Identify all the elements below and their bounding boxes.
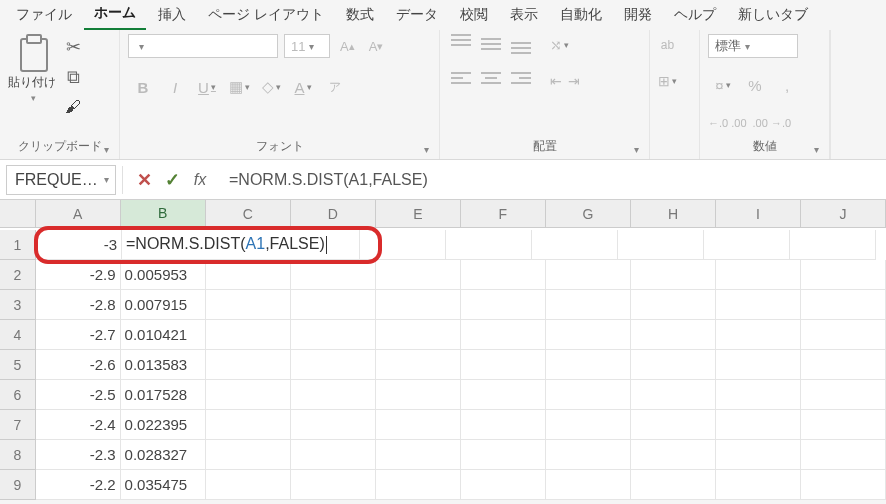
column-header-H[interactable]: H bbox=[631, 200, 716, 228]
cell-E7[interactable] bbox=[376, 410, 461, 440]
increase-indent-button[interactable]: ⇥ bbox=[568, 70, 580, 92]
menu-item-3[interactable]: ページ レイアウト bbox=[198, 3, 334, 30]
cell-F9[interactable] bbox=[461, 470, 546, 500]
cell-G4[interactable] bbox=[546, 320, 631, 350]
menu-item-6[interactable]: 校閲 bbox=[450, 3, 498, 30]
row-header-2[interactable]: 2 bbox=[0, 260, 36, 290]
cell-I8[interactable] bbox=[716, 440, 801, 470]
cell-B5[interactable]: 0.013583 bbox=[121, 350, 206, 380]
cell-D2[interactable] bbox=[291, 260, 376, 290]
cell-E6[interactable] bbox=[376, 380, 461, 410]
cell-J9[interactable] bbox=[801, 470, 886, 500]
cell-J3[interactable] bbox=[801, 290, 886, 320]
cell-H3[interactable] bbox=[631, 290, 716, 320]
chevron-down-icon[interactable]: ▾ bbox=[104, 174, 109, 185]
increase-font-button[interactable]: A▴ bbox=[336, 34, 359, 58]
cell-D5[interactable] bbox=[291, 350, 376, 380]
cell-I4[interactable] bbox=[716, 320, 801, 350]
cell-F4[interactable] bbox=[461, 320, 546, 350]
dialog-launcher-icon[interactable]: ▾ bbox=[102, 144, 111, 155]
cell-G2[interactable] bbox=[546, 260, 631, 290]
cell-I3[interactable] bbox=[716, 290, 801, 320]
cell-D6[interactable] bbox=[291, 380, 376, 410]
percent-button[interactable]: % bbox=[740, 72, 770, 98]
cell-I2[interactable] bbox=[716, 260, 801, 290]
cell-B9[interactable]: 0.035475 bbox=[121, 470, 206, 500]
cell-D3[interactable] bbox=[291, 290, 376, 320]
cell-F2[interactable] bbox=[461, 260, 546, 290]
menu-item-8[interactable]: 自動化 bbox=[550, 3, 612, 30]
cell-F6[interactable] bbox=[461, 380, 546, 410]
cell-H5[interactable] bbox=[631, 350, 716, 380]
menu-item-0[interactable]: ファイル bbox=[6, 3, 82, 30]
row-header-4[interactable]: 4 bbox=[0, 320, 36, 350]
cell-J1[interactable] bbox=[790, 230, 876, 260]
cell-D7[interactable] bbox=[291, 410, 376, 440]
cell-G3[interactable] bbox=[546, 290, 631, 320]
dialog-launcher-icon[interactable]: ▾ bbox=[632, 144, 641, 155]
cell-E3[interactable] bbox=[376, 290, 461, 320]
cell-B8[interactable]: 0.028327 bbox=[121, 440, 206, 470]
cell-A7[interactable]: -2.4 bbox=[36, 410, 121, 440]
cell-H7[interactable] bbox=[631, 410, 716, 440]
column-header-G[interactable]: G bbox=[546, 200, 631, 228]
column-header-F[interactable]: F bbox=[461, 200, 546, 228]
row-header-1[interactable]: 1 bbox=[0, 230, 36, 260]
font-name-combo[interactable]: ▾ bbox=[128, 34, 278, 58]
cell-E2[interactable] bbox=[376, 260, 461, 290]
menu-item-9[interactable]: 開発 bbox=[614, 3, 662, 30]
column-header-I[interactable]: I bbox=[716, 200, 801, 228]
column-header-E[interactable]: E bbox=[376, 200, 461, 228]
currency-button[interactable]: ¤▾ bbox=[708, 72, 738, 98]
align-center-button[interactable] bbox=[478, 68, 504, 88]
cell-G1[interactable] bbox=[532, 230, 618, 260]
menu-item-11[interactable]: 新しいタブ bbox=[728, 3, 818, 30]
italic-button[interactable]: I bbox=[160, 74, 190, 100]
select-all-corner[interactable] bbox=[0, 200, 36, 228]
cell-H4[interactable] bbox=[631, 320, 716, 350]
cell-E1[interactable] bbox=[360, 230, 446, 260]
cut-button[interactable] bbox=[62, 36, 84, 58]
cell-B7[interactable]: 0.022395 bbox=[121, 410, 206, 440]
column-header-J[interactable]: J bbox=[801, 200, 886, 228]
cell-G9[interactable] bbox=[546, 470, 631, 500]
dialog-launcher-icon[interactable]: ▾ bbox=[422, 144, 431, 155]
cell-E8[interactable] bbox=[376, 440, 461, 470]
cell-H1[interactable] bbox=[618, 230, 704, 260]
cell-F7[interactable] bbox=[461, 410, 546, 440]
cell-G7[interactable] bbox=[546, 410, 631, 440]
cell-A6[interactable]: -2.5 bbox=[36, 380, 121, 410]
menu-item-10[interactable]: ヘルプ bbox=[664, 3, 726, 30]
copy-button[interactable] bbox=[62, 66, 84, 88]
cell-A3[interactable]: -2.8 bbox=[36, 290, 121, 320]
number-format-combo[interactable]: 標準 ▾ bbox=[708, 34, 798, 58]
dialog-launcher-icon[interactable]: ▾ bbox=[812, 144, 821, 155]
cell-F3[interactable] bbox=[461, 290, 546, 320]
cell-D9[interactable] bbox=[291, 470, 376, 500]
cell-C4[interactable] bbox=[206, 320, 291, 350]
name-box[interactable]: FREQUE… ▾ bbox=[6, 165, 116, 195]
decrease-indent-button[interactable]: ⇤ bbox=[550, 70, 562, 92]
cell-A9[interactable]: -2.2 bbox=[36, 470, 121, 500]
cell-F5[interactable] bbox=[461, 350, 546, 380]
cell-A1[interactable]: -3 bbox=[36, 230, 122, 260]
cell-G6[interactable] bbox=[546, 380, 631, 410]
row-header-7[interactable]: 7 bbox=[0, 410, 36, 440]
cell-H9[interactable] bbox=[631, 470, 716, 500]
cell-B6[interactable]: 0.017528 bbox=[121, 380, 206, 410]
row-header-9[interactable]: 9 bbox=[0, 470, 36, 500]
font-color-button[interactable]: A▾ bbox=[288, 74, 318, 100]
column-header-C[interactable]: C bbox=[206, 200, 291, 228]
align-top-button[interactable] bbox=[448, 34, 474, 54]
cell-D8[interactable] bbox=[291, 440, 376, 470]
menu-item-1[interactable]: ホーム bbox=[84, 1, 146, 31]
row-header-8[interactable]: 8 bbox=[0, 440, 36, 470]
column-header-B[interactable]: B bbox=[121, 200, 206, 228]
column-header-D[interactable]: D bbox=[291, 200, 376, 228]
border-button[interactable]: ▦▾ bbox=[224, 74, 254, 100]
cell-I9[interactable] bbox=[716, 470, 801, 500]
format-painter-button[interactable] bbox=[62, 96, 84, 118]
cell-A8[interactable]: -2.3 bbox=[36, 440, 121, 470]
cell-A4[interactable]: -2.7 bbox=[36, 320, 121, 350]
cell-C8[interactable] bbox=[206, 440, 291, 470]
